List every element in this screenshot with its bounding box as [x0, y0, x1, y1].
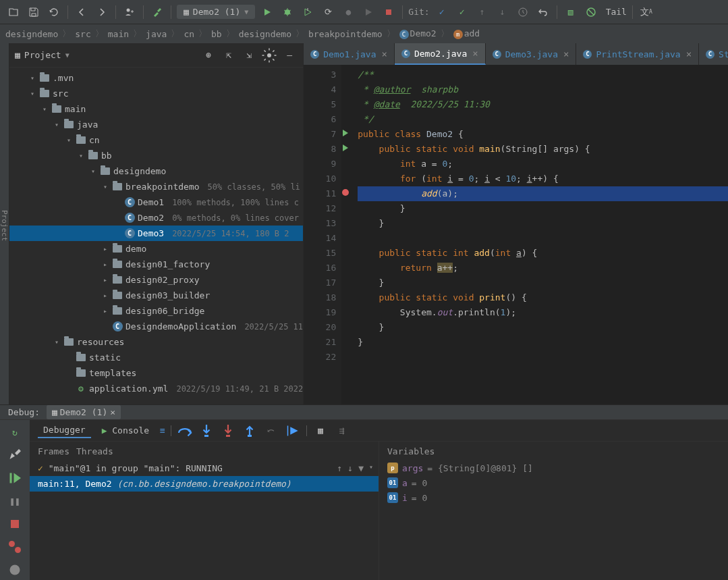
editor-tab[interactable]: CPrintStream.java× — [576, 43, 699, 65]
git-commit-icon[interactable]: ✓ — [454, 4, 470, 20]
tree-item[interactable]: ▾designdemo — [9, 163, 303, 179]
tree-item[interactable]: ▾bb — [9, 148, 303, 163]
translate-icon[interactable]: 文A — [638, 4, 654, 20]
step-out-icon[interactable] — [242, 423, 258, 439]
run-icon[interactable] — [259, 4, 275, 20]
debug-icon[interactable] — [279, 4, 296, 20]
save-icon[interactable] — [26, 4, 42, 20]
tree-item[interactable]: ▾java — [9, 117, 303, 132]
open-file-icon[interactable] — [5, 4, 22, 20]
breadcrumb-item[interactable]: java — [146, 29, 167, 39]
code-body[interactable]: /** * @author sharpbb * @date 2022/5/25 … — [352, 65, 728, 404]
run-config-selector[interactable]: ▦ Demo2 (1) ▼ — [177, 5, 255, 19]
inspections-icon[interactable] — [583, 4, 599, 20]
modify-run-icon[interactable] — [7, 447, 23, 463]
attach-icon[interactable]: ● — [340, 4, 356, 20]
variable-row[interactable]: pargs = {String[0]@801} [] — [379, 460, 728, 475]
variable-row[interactable]: 01i = 0 — [379, 490, 728, 505]
tree-item[interactable]: templates — [9, 365, 303, 381]
mute-breakpoints-icon[interactable] — [7, 562, 23, 578]
prev-frame-icon[interactable]: ↑ — [337, 463, 342, 473]
git-fetch-icon[interactable]: ↓ — [495, 4, 511, 20]
console-tab[interactable]: ▶ Console — [96, 423, 155, 438]
threads-subtab[interactable]: Threads — [76, 446, 113, 456]
breadcrumb-item[interactable]: designdemo — [239, 29, 291, 39]
editor-tab[interactable]: CStrin — [699, 43, 728, 65]
view-breakpoints-icon[interactable] — [7, 539, 23, 555]
undo-icon[interactable] — [535, 4, 551, 20]
tree-item[interactable]: ▾main — [9, 101, 303, 117]
close-icon[interactable]: × — [110, 407, 115, 417]
expand-all-icon[interactable]: ⇱ — [221, 47, 237, 63]
tree-item[interactable]: ▸design02_proxy — [9, 272, 303, 288]
close-icon[interactable]: × — [563, 49, 569, 59]
tree-item[interactable]: ▾src — [9, 86, 303, 101]
git-push-icon[interactable]: ↑ — [474, 4, 491, 20]
stack-frame[interactable]: main:11, Demo2 (cn.bb.designdemo.breakpo… — [30, 476, 379, 492]
gutter-icons[interactable] — [341, 65, 352, 404]
breadcrumb-item[interactable]: cn — [184, 29, 194, 39]
variable-row[interactable]: 01a = 0 — [379, 475, 728, 490]
tree-item[interactable]: ▸design03_builder — [9, 288, 303, 303]
tree-item[interactable]: CDemo32022/5/25 14:54, 180 B 2 — [9, 226, 303, 241]
more-icon[interactable]: ▾ — [369, 463, 373, 473]
breadcrumb-item[interactable]: CDemo2 — [399, 28, 437, 39]
breadcrumb-item[interactable]: main — [108, 29, 129, 39]
tree-item[interactable]: CDemo1100% methods, 100% lines c — [9, 194, 303, 210]
tree-item[interactable]: ▾resources — [9, 334, 303, 350]
hide-icon[interactable]: — — [281, 47, 298, 63]
users-icon[interactable] — [121, 4, 138, 20]
close-icon[interactable]: × — [686, 49, 692, 59]
breadcrumb-item[interactable]: breakpointdemo — [308, 29, 383, 39]
project-tool-tab[interactable]: Project — [0, 43, 9, 404]
tree-item[interactable]: ⚙application.yml2022/5/19 11:49, 21 B 20… — [9, 381, 303, 396]
tree-item[interactable]: ▸design06_bridge — [9, 303, 303, 319]
forward-icon[interactable] — [94, 4, 110, 20]
close-icon[interactable]: × — [382, 49, 387, 59]
breadcrumb-item[interactable]: src — [75, 29, 90, 39]
breadcrumb-item[interactable]: designdemo — [5, 29, 58, 39]
git-history-icon[interactable] — [515, 4, 531, 20]
project-tree[interactable]: ▾.mvn▾src▾main▾java▾cn▾bb▾designdemo▾bre… — [9, 68, 303, 404]
tree-item[interactable]: ▾.mvn — [9, 70, 303, 86]
refresh-icon[interactable] — [46, 4, 62, 20]
editor-tab[interactable]: CDemo1.java× — [304, 43, 395, 65]
stop-icon[interactable] — [381, 4, 397, 20]
tree-item[interactable]: CDesigndemoApplication2022/5/25 11 — [9, 319, 303, 334]
breadcrumb-item[interactable]: bb — [211, 29, 222, 39]
frames-subtab[interactable]: Frames — [38, 446, 69, 456]
resume-icon[interactable] — [7, 470, 23, 486]
settings-icon[interactable] — [261, 47, 277, 63]
drop-frame-icon[interactable]: ⤺ — [263, 423, 279, 439]
tree-item[interactable]: static — [9, 350, 303, 365]
breadcrumb-item[interactable]: madd — [453, 28, 480, 39]
chevron-down-icon[interactable]: ▼ — [65, 51, 69, 59]
tree-item[interactable]: CDemo20% methods, 0% lines cover — [9, 210, 303, 226]
tail-label[interactable]: Tail — [606, 7, 627, 17]
evaluate-icon[interactable]: ▦ — [312, 423, 329, 439]
force-step-into-icon[interactable] — [220, 423, 236, 439]
hammer-icon[interactable] — [149, 4, 165, 20]
git-pull-icon[interactable]: ✓ — [434, 4, 450, 20]
coverage-icon[interactable] — [300, 4, 316, 20]
stop-debug-icon[interactable] — [7, 516, 23, 532]
tree-item[interactable]: ▾cn — [9, 132, 303, 148]
collapse-all-icon[interactable]: ⇲ — [241, 47, 257, 63]
code-editor[interactable]: 345678910111213141516171819202122 /** * … — [304, 65, 728, 404]
editor-tab[interactable]: CDemo3.java× — [486, 43, 577, 65]
filter-icon[interactable]: ▼ — [358, 463, 364, 473]
run-last-icon[interactable] — [360, 4, 376, 20]
run-to-cursor-icon[interactable] — [285, 423, 301, 439]
locate-icon[interactable]: ⊕ — [200, 47, 217, 63]
back-icon[interactable] — [74, 4, 90, 20]
step-into-icon[interactable] — [198, 423, 215, 439]
debugger-tab[interactable]: Debugger — [38, 423, 91, 438]
pause-icon[interactable]: ❚❚ — [7, 493, 23, 509]
profile-icon[interactable]: ⟳ — [320, 4, 336, 20]
tree-item[interactable]: ▾breakpointdemo50% classes, 50% li — [9, 179, 303, 194]
rerun-icon[interactable]: ↻ — [7, 424, 23, 440]
close-icon[interactable]: × — [472, 48, 478, 59]
tree-item[interactable]: ▸design01_factory — [9, 257, 303, 272]
trace-icon[interactable]: ⇶ — [334, 423, 350, 439]
tree-item[interactable]: ▸demo — [9, 241, 303, 257]
